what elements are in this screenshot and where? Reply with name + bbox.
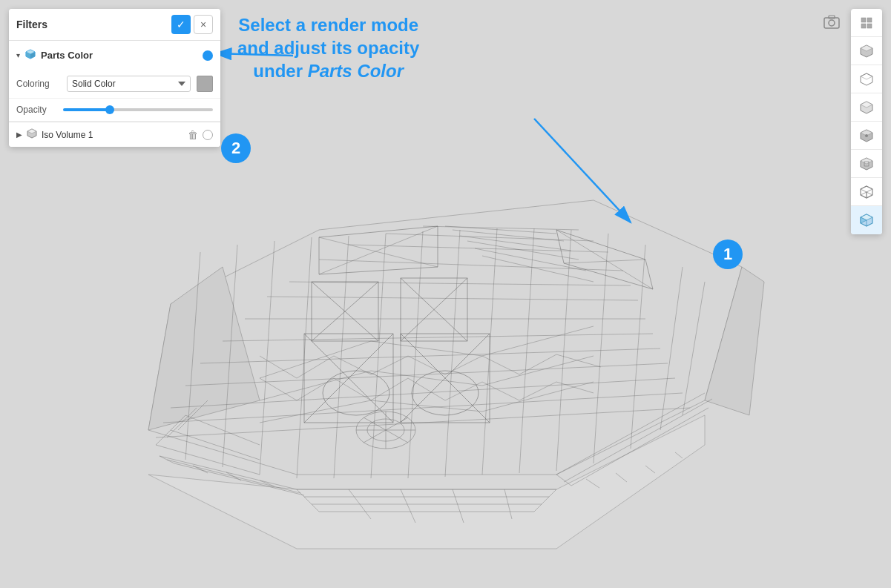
render-mode-button-4[interactable] xyxy=(851,93,882,122)
render-mode-button-7[interactable] xyxy=(851,178,882,206)
svg-marker-154 xyxy=(861,186,872,192)
iso-expand-icon[interactable]: ▶ xyxy=(16,131,22,139)
chevron-down-icon: ▾ xyxy=(16,51,20,59)
svg-rect-132 xyxy=(867,18,872,22)
iso-volume-delete-icon[interactable]: 🗑 xyxy=(188,129,198,141)
render-mode-button-5[interactable] xyxy=(851,122,882,150)
render-mode-button-1[interactable] xyxy=(851,9,882,37)
iso-volume-label: Iso Volume 1 xyxy=(42,130,183,140)
filters-close-button[interactable]: × xyxy=(194,15,213,34)
parts-color-title: Parts Color xyxy=(41,50,198,61)
iso-volume-icon xyxy=(27,128,37,141)
svg-point-149 xyxy=(865,134,868,137)
iso-volume-radio[interactable] xyxy=(203,130,213,140)
render-mode-button-6[interactable] xyxy=(851,150,882,178)
opacity-label: Opacity xyxy=(16,105,57,115)
parts-color-active-dot xyxy=(203,50,213,61)
parts-color-icon xyxy=(24,48,36,62)
coloring-select[interactable]: Solid Color Variable Uniform xyxy=(67,76,191,92)
svg-rect-131 xyxy=(861,18,866,22)
filters-header: Filters ✓ × xyxy=(9,9,220,41)
iso-volume-row: ▶ Iso Volume 1 🗑 xyxy=(9,122,220,147)
filters-title: Filters xyxy=(16,19,47,30)
svg-point-162 xyxy=(829,20,835,26)
render-mode-button-8[interactable] xyxy=(851,206,882,234)
filters-panel: Filters ✓ × ▾ Parts Color Coloring xyxy=(9,9,220,147)
coloring-label: Coloring xyxy=(16,79,61,89)
camera-view-button[interactable] xyxy=(818,9,845,36)
filters-header-buttons: ✓ × xyxy=(171,15,213,34)
svg-rect-133 xyxy=(861,24,866,28)
badge-2: 2 xyxy=(221,133,251,163)
render-mode-button-3[interactable] xyxy=(851,65,882,93)
opacity-slider[interactable] xyxy=(63,108,213,111)
render-mode-button-2[interactable] xyxy=(851,37,882,65)
right-toolbar xyxy=(851,9,882,234)
badge-1: 1 xyxy=(713,240,743,269)
svg-rect-134 xyxy=(867,24,872,28)
filters-check-button[interactable]: ✓ xyxy=(171,15,191,34)
parts-color-header: ▾ Parts Color xyxy=(9,41,220,70)
svg-rect-161 xyxy=(824,18,839,28)
opacity-row: Opacity xyxy=(9,99,220,122)
parts-color-section: ▾ Parts Color Coloring Solid Color Varia… xyxy=(9,41,220,122)
color-swatch[interactable] xyxy=(197,76,213,92)
svg-marker-138 xyxy=(861,73,872,79)
coloring-row: Coloring Solid Color Variable Uniform xyxy=(9,70,220,99)
